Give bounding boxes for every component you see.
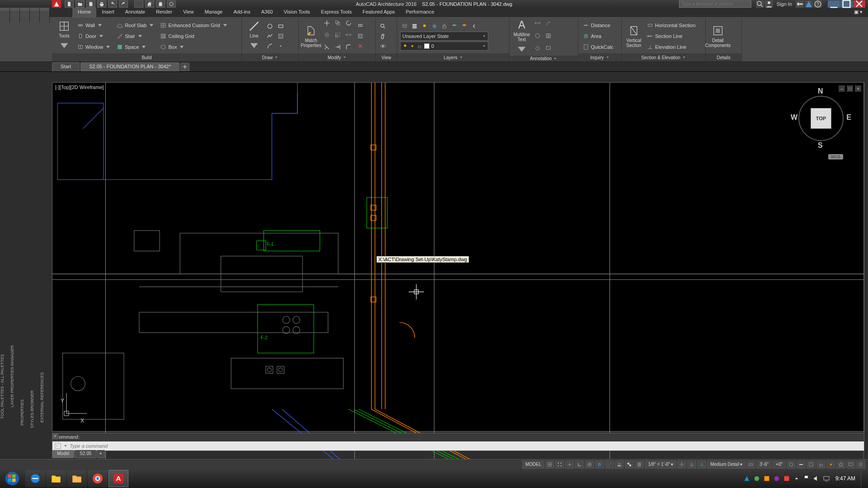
- show-hidden-icons[interactable]: [793, 475, 800, 482]
- arc-icon[interactable]: [265, 42, 274, 51]
- compass-w[interactable]: W: [791, 113, 797, 122]
- close-icon[interactable]: ×: [52, 433, 58, 439]
- tag-icon[interactable]: [533, 31, 542, 40]
- taskbar-chrome[interactable]: [88, 470, 108, 487]
- layer-states-icon[interactable]: [410, 22, 419, 31]
- point-icon[interactable]: [276, 42, 285, 51]
- chevron-down-icon[interactable]: [63, 444, 68, 448]
- open-icon[interactable]: [75, 0, 85, 8]
- tab-document[interactable]: S2.05 - FOUNDATION PLAN - 3042*: [80, 62, 179, 71]
- tab-home[interactable]: Home: [72, 8, 96, 17]
- space-button[interactable]: Space: [115, 42, 156, 52]
- tab-addins[interactable]: Add-ins: [228, 8, 255, 17]
- hatch-icon[interactable]: [276, 32, 285, 41]
- table-icon[interactable]: [544, 31, 553, 40]
- start-button[interactable]: [0, 469, 24, 488]
- cut-icon[interactable]: [134, 0, 143, 8]
- a360-icon[interactable]: [805, 0, 813, 8]
- new-icon[interactable]: [65, 0, 74, 8]
- layer-state-dropdown[interactable]: Unsaved Layer State: [400, 32, 488, 41]
- leader-icon[interactable]: [544, 19, 553, 28]
- tab-manage[interactable]: Manage: [199, 8, 228, 17]
- autodesk-tray-icon[interactable]: [743, 475, 750, 482]
- undo-icon[interactable]: [108, 0, 117, 8]
- taskbar-folder[interactable]: [67, 470, 87, 487]
- tab-view[interactable]: View: [178, 8, 199, 17]
- otrack-icon[interactable]: [605, 460, 614, 469]
- viewcube[interactable]: TOP N S E W: [792, 89, 850, 148]
- network-icon[interactable]: [823, 475, 830, 482]
- gear-icon[interactable]: [677, 460, 686, 469]
- palette-label-xrefs[interactable]: EXTERNAL REFERENCES: [40, 371, 50, 424]
- tab-layout-s205[interactable]: S2.05: [75, 450, 96, 458]
- tray-icon[interactable]: [773, 475, 780, 482]
- enhanced-grid-button[interactable]: Enhanced Custom Grid: [158, 20, 230, 30]
- taskbar-clock[interactable]: 9:47 AM: [833, 476, 858, 482]
- vertical-section-button[interactable]: Vertical Section: [624, 19, 643, 53]
- tab-render[interactable]: Render: [151, 8, 178, 17]
- tab-express-tools[interactable]: Express Tools: [316, 8, 357, 17]
- section-line-button[interactable]: Section Line: [645, 31, 697, 41]
- transparency-icon[interactable]: [625, 460, 634, 469]
- vp-close-icon[interactable]: ×: [855, 85, 861, 92]
- ceiling-grid-button[interactable]: Ceiling Grid: [158, 31, 230, 41]
- close-button[interactable]: [853, 0, 865, 8]
- signin-button[interactable]: Sign In: [774, 1, 795, 7]
- tab-vision-tools[interactable]: Vision Tools: [278, 8, 315, 17]
- volume-icon[interactable]: [813, 475, 820, 482]
- elevation-value[interactable]: 3'-6": [756, 460, 772, 469]
- customize-icon[interactable]: [856, 460, 865, 469]
- copy-icon[interactable]: [333, 19, 342, 28]
- command-input[interactable]: [70, 443, 862, 449]
- add-tab-button[interactable]: +: [180, 63, 189, 71]
- palette-label-tool[interactable]: TOOL PALETTES - ALL PALETTES: [0, 352, 10, 421]
- fillet-icon[interactable]: [344, 42, 353, 52]
- door-button[interactable]: Door: [75, 31, 113, 41]
- search-input[interactable]: [679, 0, 751, 8]
- model-space-toggle[interactable]: MODEL: [522, 460, 545, 469]
- detail-components-button[interactable]: Detail Components: [708, 19, 727, 53]
- annotation-scale-dropdown[interactable]: 1/8" = 1'-0" ▾: [645, 460, 676, 469]
- elevation-line-button[interactable]: Elevation Line: [645, 42, 697, 52]
- orbit-icon[interactable]: [378, 42, 387, 51]
- osnap-icon[interactable]: [595, 460, 604, 469]
- rotate-icon[interactable]: [344, 19, 353, 28]
- polar-icon[interactable]: [585, 460, 594, 469]
- compass-n[interactable]: N: [818, 87, 823, 95]
- tray-icon[interactable]: [783, 475, 790, 482]
- roof-slab-button[interactable]: Roof Slab: [115, 20, 156, 30]
- search-icon[interactable]: [756, 0, 764, 8]
- move-icon[interactable]: [322, 19, 331, 28]
- compass-s[interactable]: S: [818, 141, 823, 150]
- trim-icon[interactable]: [322, 42, 331, 52]
- box-button[interactable]: Box: [158, 42, 230, 52]
- print-icon[interactable]: [97, 0, 106, 8]
- tray-icon[interactable]: [763, 475, 770, 482]
- tab-featured-apps[interactable]: Featured Apps: [357, 8, 401, 17]
- anno-visibility-icon[interactable]: [687, 460, 696, 469]
- user-icon[interactable]: [765, 0, 773, 8]
- window-button[interactable]: Window: [75, 42, 113, 52]
- stair-button[interactable]: Stair: [115, 31, 156, 41]
- quick-props-icon[interactable]: [807, 460, 816, 469]
- hardware-accel-icon[interactable]: [836, 460, 845, 469]
- viewport-label[interactable]: [-][Top][2D Wireframe]: [55, 84, 104, 90]
- extend-icon[interactable]: [333, 42, 342, 52]
- maximize-button[interactable]: [840, 0, 853, 8]
- match-properties-button[interactable]: Match Properties: [302, 19, 321, 53]
- palette-label-layer[interactable]: LAYER PROPERTIES MANAGER: [10, 343, 20, 409]
- offset-icon[interactable]: [356, 32, 365, 41]
- paste-icon[interactable]: [156, 0, 165, 8]
- layer-current-dropdown[interactable]: 0: [400, 42, 488, 51]
- lineweight-icon[interactable]: [615, 460, 624, 469]
- autoscale-icon[interactable]: [697, 460, 706, 469]
- exchange-icon[interactable]: [796, 0, 804, 8]
- line-button[interactable]: Line: [245, 19, 264, 53]
- layer-lock-icon[interactable]: [440, 22, 449, 31]
- tab-annotate[interactable]: Annotate: [120, 8, 151, 17]
- array-icon[interactable]: [356, 22, 365, 31]
- layer-match-icon[interactable]: [450, 22, 459, 31]
- lock-ui-icon[interactable]: [816, 460, 826, 469]
- keynote-icon[interactable]: [544, 44, 553, 53]
- clean-screen-icon[interactable]: [846, 460, 855, 469]
